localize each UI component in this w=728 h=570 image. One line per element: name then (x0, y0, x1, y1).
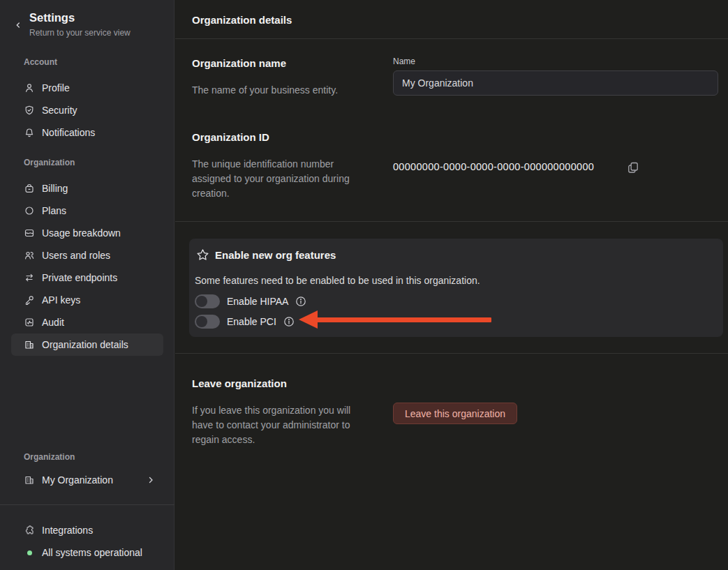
name-field-label: Name (393, 57, 415, 66)
org-switcher-label: Organization (24, 452, 75, 462)
sidebar-item-private-endpoints[interactable]: Private endpoints (11, 267, 163, 289)
sidebar-item-profile[interactable]: Profile (11, 77, 163, 99)
leave-org-description: If you leave this organization you will … (192, 403, 372, 447)
organization-name-input[interactable] (393, 70, 718, 96)
features-card-description: Some features need to be enabled to be u… (195, 275, 480, 286)
sidebar-item-label: Private endpoints (42, 272, 117, 283)
back-button[interactable] (11, 18, 25, 32)
sidebar-subtitle[interactable]: Return to your service view (29, 28, 131, 38)
organization-section-label: Organization (24, 158, 75, 167)
chevron-left-icon (13, 20, 23, 30)
status-dot-icon (24, 547, 35, 558)
building-icon (24, 339, 35, 350)
leave-org-heading: Leave organization (192, 377, 287, 389)
annotation-arrow-icon (299, 310, 318, 329)
pci-toggle-label: Enable PCI (227, 316, 276, 327)
sidebar-item-billing[interactable]: Billing (11, 177, 163, 200)
section-divider (175, 221, 728, 222)
sidebar-item-usage-breakdown[interactable]: Usage breakdown (11, 222, 163, 244)
building-icon (24, 474, 35, 486)
organization-nav-group: Billing Plans Usage breakdown Users and … (0, 177, 174, 356)
sidebar-item-label: Billing (42, 183, 68, 194)
sidebar-item-users-and-roles[interactable]: Users and roles (11, 244, 163, 267)
sidebar-item-label: Users and roles (42, 250, 110, 261)
sidebar-title: Settings (29, 11, 75, 24)
info-icon[interactable] (295, 296, 306, 307)
sidebar-item-label: Organization details (42, 339, 128, 350)
sidebar-item-integrations[interactable]: Integrations (11, 519, 163, 541)
org-switcher-group: My Organization (0, 469, 174, 491)
hipaa-toggle-label: Enable HIPAA (227, 296, 288, 307)
org-name-description: The name of your business entity. (192, 83, 372, 98)
settings-sidebar: Settings Return to your service view Acc… (0, 0, 174, 570)
hipaa-toggle-row: Enable HIPAA (195, 294, 306, 309)
org-id-description: The unique identification number assigne… (192, 157, 372, 201)
users-icon (24, 250, 35, 261)
account-nav-group: Profile Security Notifications (0, 77, 174, 144)
section-divider (175, 353, 728, 354)
sidebar-item-label: Audit (42, 317, 64, 328)
page-title: Organization details (192, 14, 292, 26)
status-text: All systems operational (42, 547, 142, 558)
usage-chart-icon (24, 227, 35, 239)
audit-icon (24, 317, 35, 328)
shield-check-icon (24, 105, 35, 116)
leave-organization-button[interactable]: Leave this organization (393, 403, 517, 424)
features-card-title: Enable new org features (215, 249, 336, 261)
circle-icon (24, 205, 35, 216)
sidebar-item-api-keys[interactable]: API keys (11, 289, 163, 311)
org-id-heading: Organization ID (192, 131, 269, 143)
annotation-arrow-shaft (317, 317, 491, 322)
footer-nav-group: Integrations All systems operational (0, 519, 174, 564)
copy-icon[interactable] (626, 160, 641, 175)
puzzle-icon (24, 525, 35, 536)
org-switcher-value: My Organization (42, 474, 113, 486)
sidebar-item-plans[interactable]: Plans (11, 200, 163, 222)
organization-id-value: 00000000-0000-0000-0000-000000000000 (393, 161, 594, 172)
system-status-link[interactable]: All systems operational (11, 541, 163, 564)
wallet-icon (24, 183, 35, 194)
swap-arrows-icon (24, 272, 35, 283)
sidebar-item-audit[interactable]: Audit (11, 311, 163, 333)
enable-hipaa-toggle[interactable] (195, 294, 220, 308)
enable-features-card: Enable new org features Some features ne… (189, 239, 723, 337)
chevron-right-icon (145, 474, 156, 486)
account-section-label: Account (24, 57, 57, 67)
sidebar-item-label: API keys (42, 294, 80, 306)
sidebar-item-label: Profile (42, 82, 70, 93)
sidebar-item-security[interactable]: Security (11, 99, 163, 121)
sidebar-item-label: Plans (42, 205, 66, 216)
info-icon[interactable] (283, 316, 295, 327)
sidebar-item-label: Usage breakdown (42, 227, 121, 239)
key-icon (24, 294, 35, 306)
star-icon (196, 248, 209, 262)
sidebar-item-label: Notifications (42, 127, 95, 138)
org-name-heading: Organization name (192, 57, 286, 69)
sidebar-item-label: Security (42, 105, 77, 116)
person-icon (24, 82, 35, 93)
page-header: Organization details (175, 0, 728, 39)
sidebar-item-notifications[interactable]: Notifications (11, 121, 163, 144)
bell-icon (24, 127, 35, 138)
org-switcher[interactable]: My Organization (11, 469, 163, 491)
enable-pci-toggle[interactable] (195, 315, 220, 329)
sidebar-item-label: Integrations (42, 525, 93, 536)
sidebar-footer-divider (0, 504, 174, 505)
sidebar-item-organization-details[interactable]: Organization details (11, 333, 163, 356)
organization-details-page: Organization details Organization name T… (175, 0, 728, 570)
pci-toggle-row: Enable PCI (195, 314, 295, 329)
